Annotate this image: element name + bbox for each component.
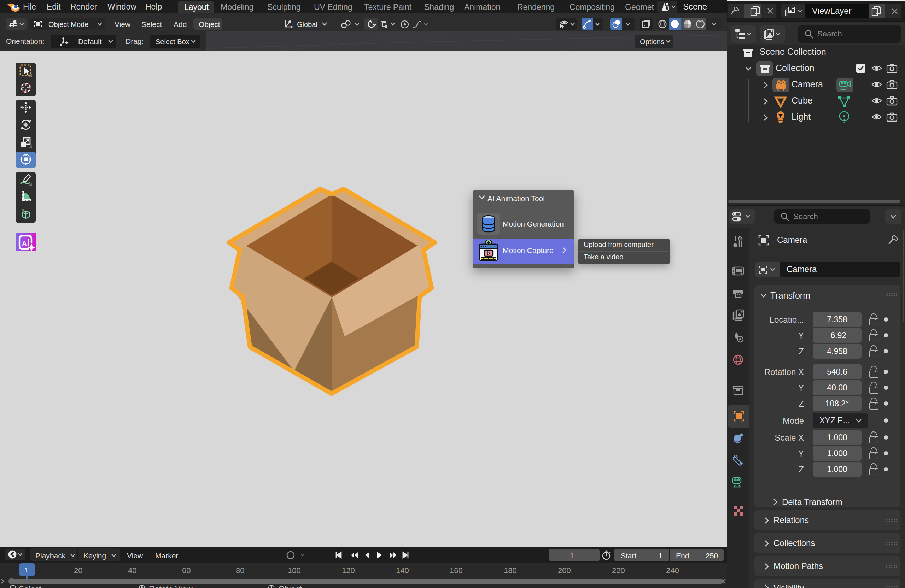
svg-text:A: A — [22, 239, 27, 247]
